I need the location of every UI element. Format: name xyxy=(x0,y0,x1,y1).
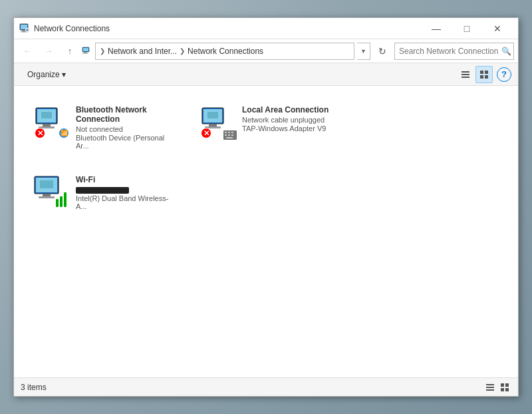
path-icon xyxy=(82,46,92,57)
svg-rect-43 xyxy=(486,384,494,385)
error-badge-bluetooth: ✕ xyxy=(35,128,45,138)
svg-rect-40 xyxy=(56,199,59,207)
content-area: ✕ 📶 Bluetooth Network Connection Not con… xyxy=(14,86,518,377)
title-bar: Network Connections — □ ✕ xyxy=(14,18,518,39)
title-icon xyxy=(19,23,30,34)
svg-rect-46 xyxy=(501,383,504,387)
svg-rect-39 xyxy=(39,196,55,198)
svg-rect-47 xyxy=(505,383,509,387)
svg-rect-30 xyxy=(231,132,233,133)
svg-rect-49 xyxy=(505,388,509,391)
status-view-icons-button[interactable] xyxy=(498,381,511,394)
svg-rect-42 xyxy=(64,192,66,207)
window-controls: — □ ✕ xyxy=(421,18,513,39)
svg-rect-12 xyxy=(462,77,469,78)
svg-rect-44 xyxy=(486,387,494,388)
svg-rect-41 xyxy=(60,196,63,207)
connection-item-wifi[interactable]: Wi-Fi Intel(R) Dual Band Wireless-A... xyxy=(27,169,180,216)
address-bar: ← → ↑ ❯ Network and Inter... ❯ Network C… xyxy=(14,39,518,63)
lan-icon-wrap: ✕ xyxy=(200,105,237,140)
svg-rect-38 xyxy=(43,194,51,196)
up-button[interactable]: ↑ xyxy=(61,42,79,61)
svg-rect-20 xyxy=(43,124,51,126)
back-button[interactable]: ← xyxy=(18,42,37,61)
lan-status: Network cable unplugged xyxy=(242,116,340,124)
search-box: 🔍 xyxy=(394,43,514,60)
svg-rect-48 xyxy=(501,388,504,391)
search-input[interactable] xyxy=(399,47,499,56)
close-button[interactable]: ✕ xyxy=(482,18,513,39)
status-bar: 3 items xyxy=(14,377,518,396)
path-part2: Network Connections xyxy=(188,47,263,56)
wifi-icon-wrap xyxy=(33,175,70,210)
error-badge-lan: ✕ xyxy=(201,128,211,138)
svg-rect-32 xyxy=(228,134,230,136)
bluetooth-details: Bluetooth Network Connection Not connect… xyxy=(76,105,174,150)
view-details-button[interactable] xyxy=(457,66,474,83)
search-icon[interactable]: 🔍 xyxy=(501,47,511,56)
svg-rect-7 xyxy=(83,48,88,51)
svg-rect-37 xyxy=(40,180,53,188)
svg-rect-45 xyxy=(486,389,494,391)
svg-rect-31 xyxy=(225,134,227,136)
status-items-count: 3 items xyxy=(21,383,483,392)
address-path-box[interactable]: ❯ Network and Inter... ❯ Network Connect… xyxy=(95,43,354,60)
forward-button[interactable]: → xyxy=(39,42,58,61)
bluetooth-badge: 📶 xyxy=(59,128,69,138)
minimize-button[interactable]: — xyxy=(421,18,452,39)
bluetooth-adapter: Bluetooth Device (Personal Ar... xyxy=(76,134,174,150)
organize-button[interactable]: Organize ▾ xyxy=(21,66,72,83)
view-buttons xyxy=(457,66,493,83)
path-part1: Network and Inter... xyxy=(108,47,177,56)
svg-rect-29 xyxy=(228,132,230,133)
svg-rect-10 xyxy=(462,71,469,73)
wifi-status xyxy=(76,186,174,194)
svg-point-5 xyxy=(27,29,29,31)
svg-rect-19 xyxy=(41,112,52,118)
svg-rect-8 xyxy=(84,52,87,53)
refresh-button[interactable]: ↻ xyxy=(373,42,392,61)
status-view-list-button[interactable] xyxy=(483,381,497,394)
toolbar: Organize ▾ ? xyxy=(14,63,518,86)
status-view-buttons xyxy=(483,381,511,394)
wifi-adapter: Intel(R) Dual Band Wireless-A... xyxy=(76,194,174,210)
svg-rect-11 xyxy=(462,74,469,75)
svg-rect-16 xyxy=(485,75,488,79)
svg-rect-9 xyxy=(82,53,88,53)
connection-item-lan[interactable]: ✕ xyxy=(194,99,346,156)
lan-name: Local Area Connection xyxy=(242,105,340,114)
wifi-network-icon xyxy=(33,175,70,210)
wifi-details: Wi-Fi Intel(R) Dual Band Wireless-A... xyxy=(76,175,174,210)
connection-item-bluetooth[interactable]: ✕ 📶 Bluetooth Network Connection Not con… xyxy=(27,99,180,156)
view-largeicons-button[interactable] xyxy=(475,66,493,83)
wifi-name: Wi-Fi xyxy=(76,175,174,184)
lan-details: Local Area Connection Network cable unpl… xyxy=(242,105,340,132)
svg-rect-25 xyxy=(209,124,217,126)
bluetooth-status: Not connected xyxy=(76,125,174,133)
connections-grid: ✕ 📶 Bluetooth Network Connection Not con… xyxy=(27,99,505,216)
svg-rect-34 xyxy=(226,137,233,138)
svg-rect-28 xyxy=(225,132,227,133)
main-window: Network Connections — □ ✕ ← → ↑ ❯ Networ… xyxy=(13,17,519,397)
window-title: Network Connections xyxy=(34,24,421,33)
svg-rect-14 xyxy=(485,71,488,74)
path-dropdown-button[interactable]: ▼ xyxy=(357,43,370,60)
svg-rect-24 xyxy=(207,112,218,118)
keyboard-badge xyxy=(223,130,237,140)
svg-rect-15 xyxy=(480,75,483,79)
lan-adapter: TAP-Windows Adapter V9 xyxy=(242,124,340,132)
bluetooth-icon-wrap: ✕ 📶 xyxy=(33,105,70,140)
help-button[interactable]: ? xyxy=(497,67,511,82)
svg-rect-13 xyxy=(480,71,483,74)
maximize-button[interactable]: □ xyxy=(452,18,482,39)
bluetooth-name: Bluetooth Network Connection xyxy=(76,105,174,124)
svg-rect-33 xyxy=(231,134,233,136)
